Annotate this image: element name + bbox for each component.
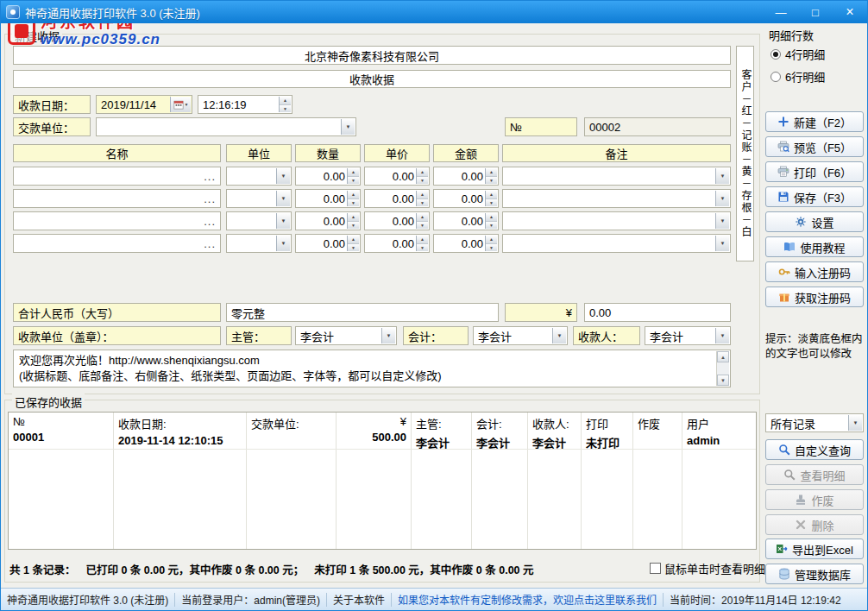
price-spinner[interactable]: 0.00▲▼ (364, 189, 430, 208)
spinner-buttons[interactable]: ▲▼ (416, 213, 428, 229)
spinner-buttons[interactable]: ▲▼ (416, 236, 428, 251)
calendar-icon[interactable]: ▼ (170, 97, 191, 112)
radio-6-rows[interactable]: 6行明细 (771, 68, 825, 85)
view-detail-on-click-checkbox[interactable]: 鼠标单击时查看明细 (650, 560, 765, 576)
maximize-button[interactable]: □ (798, 1, 833, 23)
note-scrollbar[interactable]: ▲▼ (716, 351, 729, 386)
amount-spinner[interactable]: 0.00▲▼ (433, 189, 499, 208)
browse-button[interactable]: ... (204, 192, 216, 205)
chevron-down-icon[interactable]: ▼ (715, 328, 729, 343)
qty-spinner[interactable]: 0.00▲▼ (295, 189, 361, 208)
receipt-title-field[interactable]: 收款收据 (13, 70, 731, 88)
item-name-field[interactable]: ... (13, 211, 221, 230)
browse-button[interactable]: ... (204, 237, 216, 250)
record-payer[interactable] (247, 432, 336, 436)
price-spinner[interactable]: 0.00▲▼ (364, 211, 430, 230)
total-amount-field[interactable]: 0.00 (584, 303, 731, 322)
browse-button[interactable]: ... (204, 170, 216, 183)
chevron-down-icon[interactable]: ▼ (848, 415, 862, 431)
new-button[interactable]: 新建（F2） (765, 111, 864, 132)
unit-combo[interactable]: ▼ (226, 211, 292, 230)
chevron-down-icon[interactable]: ▼ (381, 328, 395, 343)
spinner-buttons[interactable]: ▲▼ (347, 191, 359, 206)
chevron-down-icon[interactable]: ▼ (276, 213, 290, 229)
saved-receipts-table[interactable]: № 00001 收款日期: 2019-11-14 12:10:15 交款单位: … (8, 412, 757, 550)
price-spinner[interactable]: 0.00▲▼ (364, 234, 430, 253)
chevron-down-icon[interactable]: ▼ (715, 213, 729, 229)
manager-combo[interactable]: 李会计 ▼ (295, 326, 397, 345)
delete-button[interactable]: 删除 (765, 514, 864, 535)
manage-database-button[interactable]: 管理数据库 (765, 564, 864, 584)
view-detail-button[interactable]: 查看明细 (765, 464, 864, 485)
unit-combo[interactable]: ▼ (226, 189, 292, 208)
spinner-buttons[interactable]: ▲▼ (485, 213, 497, 229)
enter-reg-code-button[interactable]: 输入注册码 (765, 261, 864, 282)
company-name-field[interactable]: 北京神奇像素科技有限公司 (13, 46, 731, 65)
total-words-field[interactable]: 零元整 (226, 303, 499, 322)
minimize-button[interactable]: — (764, 1, 798, 23)
contact-link[interactable]: 如果您对本软件有定制修改需求，欢迎点击这里联系我们 (392, 592, 663, 607)
spinner-buttons[interactable]: ▲▼ (485, 191, 497, 206)
item-name-field[interactable]: ... (13, 189, 221, 208)
record-voided[interactable] (633, 432, 682, 436)
qty-spinner[interactable]: 0.00▲▼ (295, 211, 361, 230)
checkbox-icon[interactable] (650, 563, 661, 574)
save-button[interactable]: 保存（F3） (765, 186, 864, 207)
preview-button[interactable]: 预览（F5） (765, 136, 864, 157)
item-name-field[interactable]: ... (13, 234, 221, 253)
footer-note-box[interactable]: 欢迎您再次光临！http://www.shenqixiangsu.com (收据… (13, 350, 731, 387)
amount-spinner[interactable]: 0.00▲▼ (433, 234, 499, 253)
receipt-number-field[interactable]: 00002 (584, 117, 731, 136)
price-spinner[interactable]: 0.00▲▼ (364, 167, 430, 186)
chevron-down-icon[interactable]: ▼ (276, 236, 290, 251)
unit-combo[interactable]: ▼ (226, 167, 292, 186)
print-button[interactable]: 打印（F6） (765, 161, 864, 182)
amount-spinner[interactable]: 0.00▲▼ (433, 211, 499, 230)
payer-combo[interactable]: ▼ (96, 117, 356, 136)
record-amount[interactable]: 500.00 (337, 429, 411, 445)
note-combo[interactable]: ▼ (502, 211, 731, 230)
date-picker[interactable]: 2019/11/14 ▼ (96, 95, 192, 114)
settings-button[interactable]: 设置 (765, 211, 864, 232)
tutorial-button[interactable]: 使用教程 (765, 236, 864, 257)
close-button[interactable]: × (833, 1, 867, 23)
amount-spinner[interactable]: 0.00▲▼ (433, 167, 499, 186)
spinner-buttons[interactable]: ▲▼ (485, 236, 497, 251)
radio-icon[interactable] (771, 72, 781, 82)
spinner-buttons[interactable]: ▲▼ (416, 191, 428, 206)
unit-combo[interactable]: ▼ (226, 234, 292, 253)
spinner-buttons[interactable]: ▲▼ (347, 213, 359, 229)
note-combo[interactable]: ▼ (502, 234, 731, 253)
radio-4-rows[interactable]: 4行明细 (771, 46, 825, 62)
payee-combo[interactable]: 李会计 ▼ (645, 326, 731, 345)
accountant-combo[interactable]: 李会计 ▼ (473, 326, 568, 345)
item-name-field[interactable]: ... (13, 167, 221, 186)
note-combo[interactable]: ▼ (502, 167, 731, 186)
chevron-down-icon[interactable]: ▼ (552, 328, 566, 343)
export-excel-button[interactable]: 导出到Excel (765, 539, 864, 559)
chevron-down-icon[interactable]: ▼ (276, 191, 290, 206)
note-combo[interactable]: ▼ (502, 189, 731, 208)
chevron-down-icon[interactable]: ▼ (715, 168, 729, 184)
record-user[interactable]: admin (682, 432, 757, 449)
spinner-buttons[interactable]: ▲▼ (347, 236, 359, 251)
record-no[interactable]: 00001 (9, 429, 113, 445)
time-spinner[interactable]: 12:16:19 ▲▼ (198, 95, 292, 114)
record-date[interactable]: 2019-11-14 12:10:15 (114, 432, 246, 449)
chevron-down-icon[interactable]: ▼ (715, 236, 729, 251)
spinner-buttons[interactable]: ▲▼ (279, 97, 291, 112)
browse-button[interactable]: ... (204, 215, 216, 228)
custom-query-button[interactable]: 自定义查询 (765, 439, 864, 460)
spinner-buttons[interactable]: ▲▼ (416, 168, 428, 184)
get-reg-code-button[interactable]: 获取注册码 (765, 287, 864, 307)
radio-icon[interactable] (771, 49, 781, 60)
chevron-down-icon[interactable]: ▼ (276, 168, 290, 184)
qty-spinner[interactable]: 0.00▲▼ (295, 167, 361, 186)
qty-spinner[interactable]: 0.00▲▼ (295, 234, 361, 253)
chevron-down-icon[interactable]: ▼ (341, 119, 355, 135)
spinner-buttons[interactable]: ▲▼ (347, 168, 359, 184)
void-button[interactable]: 作废 (765, 489, 864, 510)
records-filter-combo[interactable]: 所有记录 ▼ (765, 413, 864, 432)
spinner-buttons[interactable]: ▲▼ (485, 168, 497, 184)
chevron-down-icon[interactable]: ▼ (715, 191, 729, 206)
